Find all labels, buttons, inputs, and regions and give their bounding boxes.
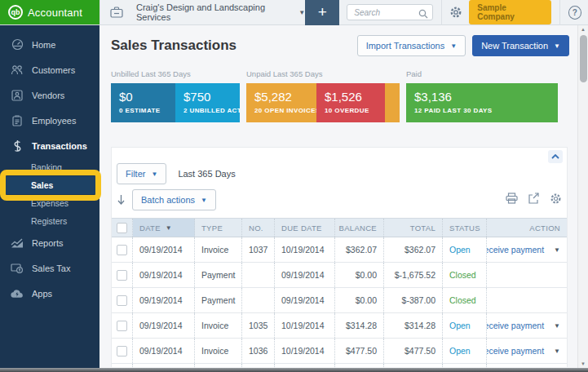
sidebar-item-vendors[interactable]: Vendors [0, 82, 99, 108]
moneybar-group: Paid$3,13612 PAID LAST 30 DAYS [406, 69, 558, 122]
sample-company-badge[interactable]: Sample Company [469, 0, 550, 24]
qb-logo-icon: qb [8, 5, 23, 20]
row-checkbox[interactable] [117, 270, 127, 281]
receive-payment-link[interactable]: Receive payment [487, 346, 544, 356]
row-checkbox[interactable] [117, 321, 127, 331]
tile-caption: 12 PAID LAST 30 DAYS [414, 107, 558, 114]
sidebar-item-home[interactable]: Home [0, 32, 99, 57]
caret-down-icon[interactable]: ▼ [554, 322, 560, 330]
filter-button[interactable]: Filter ▼ [117, 163, 166, 184]
moneybar-group-label: Paid [406, 69, 558, 79]
help-icon[interactable]: ? [568, 6, 581, 20]
column-header-date[interactable]: DATE▼ [133, 219, 195, 237]
sidebar-item-label: Customers [32, 65, 75, 75]
tile-amount: $750 [183, 90, 240, 104]
select-all-checkbox[interactable] [117, 223, 127, 233]
row-checkbox[interactable] [117, 295, 127, 306]
column-header-balance[interactable]: BALANCE [335, 219, 384, 237]
caret-down-icon[interactable]: ▼ [554, 246, 560, 254]
brand-logo[interactable]: qb Accountant [0, 0, 99, 24]
settings-gear-icon[interactable] [449, 6, 462, 19]
cell-due-date: 10/19/2014 [275, 339, 335, 363]
search-box [347, 4, 433, 21]
tile-caption: 2 UNBILLED ACTIVITY [183, 107, 240, 114]
table-row[interactable]: 09/19/2014Invoice103610/19/2014$477.50$4… [112, 339, 567, 364]
create-new-button[interactable]: + [305, 0, 339, 25]
cell-no: 1036 [242, 339, 275, 363]
sidebar-nav: HomeCustomersVendorsEmployeesTransaction… [0, 25, 99, 372]
sidebar-item-sales[interactable]: Sales [0, 176, 99, 194]
table-row[interactable]: 09/19/2014Payment09/19/2014$0.00$-387.00… [112, 288, 567, 313]
briefcase-icon[interactable] [110, 7, 123, 18]
table-settings-gear-icon[interactable] [550, 193, 562, 205]
reports-icon [11, 237, 24, 248]
cell-status: Closed [443, 263, 487, 287]
search-icon[interactable] [418, 7, 428, 22]
cell-type: Payment [195, 288, 242, 312]
vertical-scrollbar[interactable]: ▲ ▼ [577, 25, 588, 368]
scrollbar-thumb[interactable] [580, 35, 587, 82]
import-transactions-button[interactable]: Import Transactions ▼ [357, 35, 466, 56]
row-checkbox[interactable] [117, 346, 127, 356]
scroll-down-icon[interactable]: ▼ [581, 360, 586, 368]
tile-amount: $3,136 [414, 90, 558, 104]
receive-payment-link[interactable]: Receive payment [487, 321, 544, 330]
cell-type: Invoice [195, 237, 242, 262]
cell-due-date: 10/19/2014 [275, 237, 335, 262]
cell-total: $-387.00 [384, 288, 443, 312]
row-checkbox[interactable] [117, 245, 127, 255]
cell-balance: $314.28 [335, 313, 384, 338]
cell-total: $314.28 [384, 313, 443, 338]
sidebar-item-label: Home [32, 40, 55, 50]
table-row[interactable]: 09/19/2014Payment09/19/2014$0.00$-1,675.… [112, 263, 567, 288]
money-tile[interactable]: $5,28220 OPEN INVOICES [246, 83, 316, 122]
transactions-icon [11, 140, 24, 152]
column-header-status[interactable]: STATUS [443, 219, 487, 237]
sidebar-item-reports[interactable]: Reports [0, 230, 99, 255]
money-tile[interactable]: $00 ESTIMATE [111, 83, 175, 122]
column-header-action[interactable]: ACTION [487, 219, 567, 237]
sidebar-item-transactions[interactable]: Transactions [0, 133, 99, 158]
cell-no [242, 288, 275, 312]
money-tile[interactable]: $1,52610 OVERDUE [316, 83, 385, 122]
cell-type: Invoice [195, 313, 242, 338]
employees-icon [11, 115, 24, 126]
column-header-due-date[interactable]: DUE DATE [275, 219, 335, 237]
cell-balance: $0.00 [335, 263, 384, 287]
batch-actions-button[interactable]: Batch actions ▼ [132, 189, 216, 210]
money-tile[interactable]: $3,13612 PAID LAST 30 DAYS [406, 83, 558, 122]
app-window: qb Accountant Craig's Design and Landsca… [0, 0, 588, 372]
cell-status: Open [443, 339, 487, 363]
receive-payment-link[interactable]: Receive payment [487, 245, 544, 255]
new-transaction-button[interactable]: New Transaction ▼ [472, 35, 569, 56]
money-tile[interactable]: $7502 UNBILLED ACTIVITY [175, 83, 240, 122]
vendors-icon [11, 90, 24, 101]
top-bar: qb Accountant Craig's Design and Landsca… [0, 0, 588, 25]
scroll-up-icon[interactable]: ▲ [581, 25, 586, 33]
print-icon[interactable] [506, 193, 518, 205]
sidebar-item-banking[interactable]: Banking [0, 158, 99, 176]
export-icon[interactable] [528, 193, 540, 205]
sidebar-item-sales-tax[interactable]: Sales Tax [0, 255, 99, 281]
sidebar-item-registers[interactable]: Registers [0, 212, 99, 230]
sort-order-icon[interactable] [117, 194, 126, 206]
cell-date: 09/19/2014 [133, 339, 195, 363]
company-switcher[interactable]: Craig's Design and Landscaping Services … [136, 2, 305, 22]
column-header-total[interactable]: TOTAL [384, 219, 443, 237]
table-row[interactable]: 09/19/2014Invoice103710/19/2014$362.07$3… [112, 237, 567, 263]
sidebar-item-label: Banking [31, 162, 62, 172]
sidebar-item-employees[interactable]: Employees [0, 108, 99, 133]
sidebar-item-label: Employees [32, 116, 76, 126]
sidebar-item-apps[interactable]: Apps [0, 281, 99, 306]
column-header-type[interactable]: TYPE [195, 219, 242, 237]
caret-down-icon[interactable]: ▼ [554, 348, 560, 355]
sidebar-item-expenses[interactable]: Expenses [0, 194, 99, 212]
company-name: Craig's Design and Landscaping Services [136, 2, 294, 22]
sidebar-item-label: Apps [32, 289, 52, 299]
table-row[interactable]: 09/19/2014Invoice103510/19/2014$314.28$3… [112, 313, 567, 339]
cell-status: Open [443, 313, 487, 338]
column-header-no-[interactable]: NO. [242, 219, 275, 237]
collapse-panel-button[interactable] [548, 150, 563, 163]
home-icon [11, 38, 24, 51]
sidebar-item-customers[interactable]: Customers [0, 57, 99, 82]
